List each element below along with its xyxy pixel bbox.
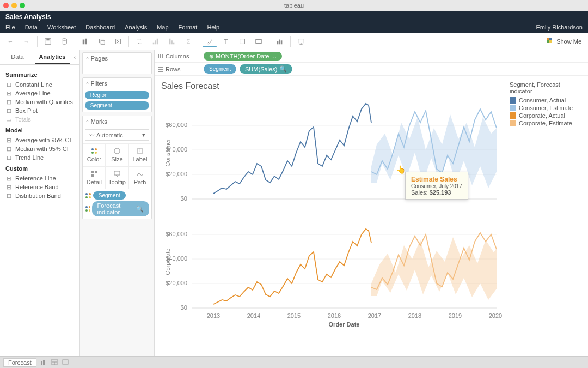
collapse-icon[interactable]: ‹ bbox=[70, 50, 79, 64]
median-quartiles[interactable]: ⊟Median with Quartiles bbox=[5, 98, 74, 106]
columns-shelf[interactable]: Columns ⊕ MONTH(Order Date … bbox=[155, 50, 588, 63]
new-worksheet-icon[interactable] bbox=[78, 35, 93, 47]
mac-max[interactable] bbox=[20, 3, 25, 8]
filter-region[interactable]: Region bbox=[85, 91, 149, 99]
side-panel: Data Analytics ‹ Summarize ⊟Constant Lin… bbox=[0, 50, 80, 368]
marks-path[interactable]: Path bbox=[128, 166, 151, 189]
legend-consumer-estimate[interactable]: Consumer, Estimate bbox=[510, 104, 581, 112]
svg-rect-5 bbox=[100, 39, 103, 43]
legend-corporate-actual[interactable]: Corporate, Actual bbox=[510, 112, 581, 119]
show-hide-icon[interactable] bbox=[273, 35, 287, 47]
redo-icon[interactable]: → bbox=[20, 35, 34, 47]
filters-card: Filters Region Segment bbox=[82, 77, 152, 112]
svg-point-38 bbox=[89, 196, 91, 198]
constant-line[interactable]: ⊟Constant Line bbox=[5, 80, 74, 89]
rows-shelf[interactable]: Rows Segment SUM(Sales) 🔍 bbox=[155, 63, 588, 76]
svg-point-27 bbox=[95, 152, 97, 154]
marks-size[interactable]: Size bbox=[106, 143, 128, 166]
marks-pill-forecast[interactable]: Forecast indicator 🔍 bbox=[92, 201, 149, 216]
reference-line[interactable]: ⊟Reference Line bbox=[5, 174, 74, 183]
legend-corporate-estimate[interactable]: Corporate, Estimate bbox=[510, 119, 581, 127]
tab-analytics[interactable]: Analytics bbox=[35, 50, 70, 64]
menu-data[interactable]: Data bbox=[25, 24, 38, 31]
menu-help[interactable]: Help bbox=[207, 24, 219, 31]
sort-asc-icon[interactable] bbox=[149, 35, 163, 47]
labels-icon[interactable]: T bbox=[219, 35, 233, 47]
trend-line[interactable]: ⊟Trend Line bbox=[5, 153, 74, 162]
duplicate-icon[interactable] bbox=[95, 35, 109, 47]
marks-pill-segment[interactable]: Segment bbox=[93, 191, 126, 200]
svg-rect-18 bbox=[281, 40, 283, 44]
avg-95ci[interactable]: ⊟Average with 95% CI bbox=[5, 136, 74, 144]
tab-data[interactable]: Data bbox=[0, 50, 35, 64]
svg-point-42 bbox=[89, 209, 90, 212]
svg-point-37 bbox=[85, 196, 88, 198]
mac-close[interactable] bbox=[3, 3, 9, 8]
menu-file[interactable]: File bbox=[5, 24, 15, 31]
svg-rect-13 bbox=[173, 42, 175, 44]
user-label[interactable]: Emily Richardson bbox=[536, 24, 583, 31]
marks-tooltip[interactable]: Tooltip bbox=[106, 166, 128, 189]
fit-icon[interactable] bbox=[252, 35, 266, 47]
svg-rect-21 bbox=[549, 38, 552, 40]
menu-format[interactable]: Format bbox=[179, 24, 198, 31]
reference-band[interactable]: ⊟Reference Band bbox=[5, 183, 74, 191]
svg-point-26 bbox=[91, 152, 94, 154]
chart-canvas[interactable]: Consumer $0 $20,000 $40,000 $60,000 bbox=[159, 95, 507, 367]
marks-detail[interactable]: Detail bbox=[83, 166, 106, 189]
svg-text:$60,000: $60,000 bbox=[166, 231, 187, 237]
menu-dashboard[interactable]: Dashboard bbox=[85, 24, 115, 31]
show-me-button[interactable]: Show Me bbox=[543, 38, 585, 45]
svg-rect-43 bbox=[158, 54, 159, 58]
worksheet: Columns ⊕ MONTH(Order Date … Rows Segmen… bbox=[155, 50, 588, 368]
menu-worksheet[interactable]: Worksheet bbox=[47, 24, 76, 31]
marks-label[interactable]: TLabel bbox=[128, 143, 151, 166]
svg-text:$60,000: $60,000 bbox=[166, 122, 187, 128]
legend-consumer-actual[interactable]: Consumer, Actual bbox=[510, 96, 581, 104]
col-pill-orderdate[interactable]: ⊕ MONTH(Order Date … bbox=[204, 52, 282, 61]
average-line[interactable]: ⊟Average Line bbox=[5, 89, 74, 98]
distribution-band[interactable]: ⊟Distribution Band bbox=[5, 191, 74, 200]
swap-icon[interactable] bbox=[132, 35, 146, 47]
menu-analysis[interactable]: Analysis bbox=[125, 24, 147, 31]
row-pill-sales[interactable]: SUM(Sales) 🔍 bbox=[240, 64, 292, 74]
undo-icon[interactable]: ← bbox=[3, 35, 17, 47]
menu-map[interactable]: Map bbox=[157, 24, 168, 31]
highlight-icon[interactable] bbox=[203, 35, 217, 47]
viz-title[interactable]: Sales Forecast bbox=[159, 80, 507, 95]
svg-text:2017: 2017 bbox=[368, 312, 381, 319]
fonts-icon[interactable] bbox=[235, 35, 249, 47]
clear-icon[interactable] bbox=[111, 35, 125, 47]
toolbar: ← → Σ T Show Me bbox=[0, 33, 588, 50]
box-plot[interactable]: ⊡Box Plot bbox=[5, 106, 74, 115]
color-dots-icon bbox=[85, 206, 90, 212]
svg-rect-45 bbox=[162, 54, 163, 58]
new-sheet-icon[interactable] bbox=[40, 358, 47, 367]
totals-icon[interactable]: Σ bbox=[181, 35, 195, 47]
row-pill-segment[interactable]: Segment bbox=[204, 64, 236, 74]
mac-min[interactable] bbox=[11, 3, 17, 8]
svg-text:2020: 2020 bbox=[489, 312, 502, 319]
sort-desc-icon[interactable] bbox=[165, 35, 179, 47]
new-dashboard-icon[interactable] bbox=[51, 358, 58, 367]
svg-rect-44 bbox=[160, 54, 161, 58]
svg-rect-77 bbox=[43, 360, 45, 365]
totals[interactable]: ▭Totals bbox=[5, 115, 74, 124]
filter-segment[interactable]: Segment bbox=[85, 101, 149, 110]
custom-heading: Custom bbox=[5, 165, 74, 172]
save-icon[interactable] bbox=[41, 35, 55, 47]
svg-rect-23 bbox=[549, 40, 552, 43]
sheet-forecast[interactable]: Forecast bbox=[3, 358, 36, 367]
svg-rect-19 bbox=[298, 39, 304, 43]
new-story-icon[interactable] bbox=[62, 358, 69, 367]
median-95ci[interactable]: ⊟Median with 95% CI bbox=[5, 144, 74, 153]
marks-color[interactable]: Color bbox=[83, 143, 106, 166]
app-header: Sales Analysis File Data Worksheet Dashb… bbox=[0, 11, 588, 33]
legend[interactable]: Segment, Forecast indicator Consumer, Ac… bbox=[507, 80, 584, 367]
presentation-icon[interactable] bbox=[294, 35, 308, 47]
svg-rect-46 bbox=[158, 67, 163, 68]
new-datasource-icon[interactable] bbox=[57, 35, 71, 47]
pages-card: Pages bbox=[82, 52, 152, 74]
marks-type-select[interactable]: 〰 Automatic▾ bbox=[85, 129, 149, 141]
svg-rect-22 bbox=[547, 40, 549, 43]
